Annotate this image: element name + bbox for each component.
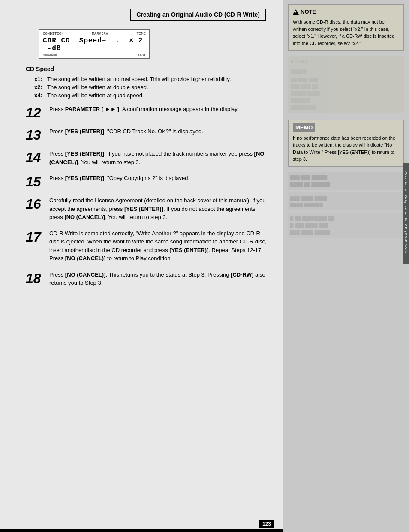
note-triangle-icon: ! xyxy=(293,9,299,15)
step-content-17: CD-R Write is completed correctly, "Writ… xyxy=(49,229,270,263)
step-number-13: 13 xyxy=(26,127,49,142)
memo-box: MEMO If no performance data has been rec… xyxy=(288,120,404,167)
sidebar-faded-section-1: 4 12 0 3 ▓▓▓▓▓ ▓▓ ▓▓▓ ▓▓▓ ▓▓▓ ▓▓▓ ▓▓ ▓▓▓… xyxy=(288,56,404,113)
speed-desc-x4: The song will be written at quad speed. xyxy=(47,92,270,99)
sidebar-faded-text-3: ▓▓▓▓ ▓▓ ▓▓▓▓▓▓ xyxy=(290,181,402,188)
sidebar-faded-text-5: ▓▓▓▓ ▓▓▓▓▓▓ xyxy=(290,201,402,208)
sidebar-faded-text-6: ▓ ▓▓ ▓▓▓▓▓▓▓▓ ▓▓ xyxy=(290,215,402,222)
speed-label-x2: x2: xyxy=(34,84,47,90)
display-content: CDR CD Speed= . × 2 -dB xyxy=(43,37,146,52)
step-12: 12 Press PARAMETER [ ►► ]. A confirmatio… xyxy=(26,105,270,120)
step-number-14: 14 xyxy=(26,150,49,164)
step-14: 14 Press [YES (ENTER)]. If you have not … xyxy=(26,150,270,166)
time-label: TIME xyxy=(136,32,146,36)
marker-label: MARKER# xyxy=(92,32,108,36)
note-content: With some CD-R discs, the data may not b… xyxy=(293,18,399,47)
step-18: 18 Press [NO (CANCEL)]. This returns you… xyxy=(26,271,270,287)
speed-list: x1: The song will be written at normal s… xyxy=(34,76,270,99)
note-title: ! NOTE xyxy=(293,8,399,16)
speed-desc-x1: The song will be written at normal speed… xyxy=(47,76,270,82)
step-17: 17 CD-R Write is completed correctly, "W… xyxy=(26,229,270,263)
step-content-18: Press [NO (CANCEL)]. This returns you to… xyxy=(49,271,270,287)
step-16: 16 Carefully read the License Agreement … xyxy=(26,196,270,222)
speed-item-x1: x1: The song will be written at normal s… xyxy=(34,76,270,82)
step-number-16: 16 xyxy=(26,196,49,211)
speed-item-x2: x2: The song will be written at double s… xyxy=(34,84,270,90)
sidebar-faded-text-8: ▓▓▓ ▓▓▓▓ ▓▓▓▓▓ xyxy=(290,229,402,236)
step-number-12: 12 xyxy=(26,105,49,120)
sidebar-faded-text-2: ▓▓▓-▓▓▓ ▓▓▓▓▓ xyxy=(290,174,402,181)
measure-label: MEASURE xyxy=(43,53,57,57)
step-content-13: Press [YES (ENTER)]. "CDR CD Track No. O… xyxy=(49,127,270,136)
step-content-12: Press PARAMETER [ ►► ]. A confirmation m… xyxy=(49,105,270,114)
page-number: 123 xyxy=(259,520,274,528)
step-content-15: Press [YES (ENTER)]. "Obey Copyrights ?"… xyxy=(49,174,270,183)
step-number-17: 17 xyxy=(26,229,49,244)
memo-content: If no performance data has been recorded… xyxy=(293,135,399,163)
sidebar-faded-text-1: 4 12 0 3 ▓▓▓▓▓ ▓▓ ▓▓▓ ▓▓▓ ▓▓▓ ▓▓▓ ▓▓ ▓▓▓… xyxy=(288,56,404,113)
step-content-16: Carefully read the License Agreement (de… xyxy=(49,196,270,222)
sidebar-faded-text-7: ▓ ▓▓▓ ▓▓▓▓ ▓▓▓ xyxy=(290,222,402,229)
bottom-bar xyxy=(0,529,283,532)
note-label: NOTE xyxy=(301,8,316,16)
step-15: 15 Press [YES (ENTER)]. "Obey Copyrights… xyxy=(26,174,270,189)
sidebar-faded-section-2: ▓▓▓-▓▓▓ ▓▓▓▓▓ ▓▓▓▓ ▓▓ ▓▓▓▓▓▓ ▓▓▓ ▓▓▓▓ ▓▓… xyxy=(288,172,404,238)
display-box-header: CONDITION MARKER# TIME xyxy=(43,32,146,36)
speed-label-x1: x1: xyxy=(34,76,47,82)
sidebar-faded-text-4: ▓▓▓ ▓▓▓▓ ▓▓▓▓ xyxy=(290,195,402,201)
step-number-15: 15 xyxy=(26,174,49,189)
main-content: Creating an Original Audio CD (CD-R Writ… xyxy=(0,0,283,532)
display-box: CONDITION MARKER# TIME CDR CD Speed= . ×… xyxy=(39,29,150,59)
speed-desc-x2: The song will be written at double speed… xyxy=(47,84,270,90)
step-content-14: Press [YES (ENTER)]. If you have not pla… xyxy=(49,150,270,166)
cd-speed-heading: CD Speed xyxy=(26,66,270,72)
display-box-footer: MEASURE BEAT xyxy=(43,53,146,57)
step-number-18: 18 xyxy=(26,271,49,285)
speed-label-x4: x4: xyxy=(34,92,47,99)
display-box-container: CONDITION MARKER# TIME CDR CD Speed= . ×… xyxy=(39,29,150,59)
page-header: Creating an Original Audio CD (CD-R Writ… xyxy=(26,9,270,21)
page: Creating an Original Audio CD (CD-R Writ… xyxy=(0,0,409,532)
condition-label: CONDITION xyxy=(43,32,64,36)
right-sidebar: ! NOTE With some CD-R discs, the data ma… xyxy=(283,0,409,532)
speed-item-x4: x4: The song will be written at quad spe… xyxy=(34,92,270,99)
note-box: ! NOTE With some CD-R discs, the data ma… xyxy=(288,4,404,51)
vertical-tab: Creating an Original Audio CD (CD-R Writ… xyxy=(403,163,409,264)
beat-label: BEAT xyxy=(138,53,146,57)
memo-title: MEMO xyxy=(293,123,315,132)
page-title: Creating an Original Audio CD (CD-R Writ… xyxy=(130,9,266,21)
step-13: 13 Press [YES (ENTER)]. "CDR CD Track No… xyxy=(26,127,270,142)
